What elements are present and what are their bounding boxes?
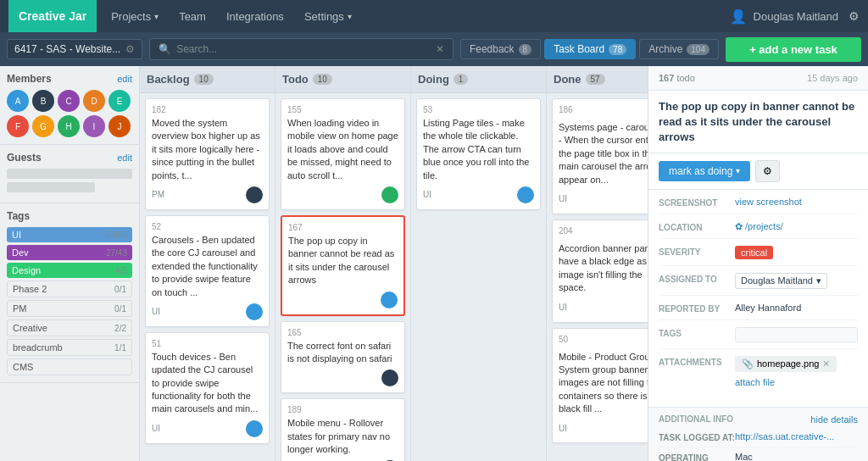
card-text: Touch devices - Ben updated the CJ carou… [152,351,263,416]
card-footer: UI [423,186,534,203]
column-backlog: Backlog 10 182 Moved the system overview… [140,66,275,461]
avatar[interactable]: E [108,90,131,112]
chevron-down-icon: ▾ [348,12,352,21]
project-name: 6417 - SAS - Website... [14,43,120,55]
card-167[interactable]: 167 The pop up copy in banner cannot be … [281,215,405,316]
card-165[interactable]: 165 The correct font on safari is not di… [281,321,405,394]
card-53[interactable]: 53 Listing Page tiles - make the whole t… [416,98,541,210]
guests-section: Guests edit [0,145,139,203]
nav-settings[interactable]: Settings ▾ [294,0,362,32]
tag-dev[interactable]: Dev 27/43 [7,245,132,260]
column-doing: Doing 1 53 Listing Page tiles - make the… [411,66,547,461]
card-182[interactable]: 182 Moved the system overview box higher… [145,98,270,210]
location-link[interactable]: ✿ /projects/ [735,221,783,232]
column-count-done: 57 [586,74,605,85]
field-tags: TAGS [659,327,858,349]
card-footer: UI [152,303,263,320]
card-id: 186 ✓ [559,105,648,119]
attach-file-link[interactable]: attach file [735,377,775,387]
reported-value: Alley Hannaford [735,303,858,314]
avatar[interactable]: F [7,115,29,137]
card-50[interactable]: 50 ✓ Mobile - Product Group - System gro… [552,328,648,444]
tag-cms[interactable]: CMS [7,358,132,375]
sub-nav: 6417 - SAS - Website... ⚙ 🔍 ✕ Feedback 8… [0,32,868,66]
card-186[interactable]: 186 ✓ Systems page - carousels - When th… [552,98,648,214]
task-gear-button[interactable]: ⚙ [755,160,780,182]
avatar[interactable]: I [83,115,105,137]
hide-details-link[interactable]: hide details [810,414,858,425]
tag-creative[interactable]: Creative 2/2 [7,319,132,336]
card-189[interactable]: 189 Mobile menu - Rollover states for pr… [281,398,405,461]
card-tag: UI [559,303,567,312]
card-text: Mobile - Product Group - System group ba… [559,351,648,416]
avatar[interactable]: B [32,90,54,112]
search-input[interactable] [176,43,431,55]
card-id: 155 [287,105,398,114]
gear-icon[interactable]: ⚙ [849,9,860,23]
tab-feedback[interactable]: Feedback 8 [460,39,541,59]
board-columns: Backlog 10 182 Moved the system overview… [140,66,648,461]
tag-ui[interactable]: UI 53/95 [7,227,132,242]
mark-as-doing-button[interactable]: mark as doing ▾ [659,161,750,181]
clear-search-icon[interactable]: ✕ [436,43,444,55]
card-51[interactable]: 51 Touch devices - Ben updated the CJ ca… [145,332,270,444]
guest-bar-1 [7,169,132,179]
assigned-select[interactable]: Douglas Maitland ▾ [735,273,827,289]
tag-pm[interactable]: PM 0/1 [7,300,132,317]
tags-label: Tags [7,210,30,222]
paperclip-icon: 📎 [742,358,754,369]
board-area: Backlog 10 182 Moved the system overview… [140,66,648,461]
detail-meta: 167 todo [659,73,695,83]
user-menu[interactable]: 👤 Douglas Maitland ⚙ [730,8,860,25]
screenshot-link[interactable]: view screenshot [735,197,802,208]
card-footer: PM [152,186,263,203]
guests-label: Guests [7,152,42,164]
avatar[interactable]: A [7,90,29,112]
card-footer: UI [559,191,648,208]
top-nav: Creative Jar Projects ▾ Team Integration… [0,0,868,32]
taskboard-badge: 78 [609,44,626,55]
nav-integrations[interactable]: Integrations [216,0,294,32]
card-155[interactable]: 155 When loading video in mobile view on… [281,98,405,210]
add-task-button[interactable]: + add a new task [726,37,861,62]
search-bar[interactable]: 🔍 ✕ [149,38,453,60]
nav-team[interactable]: Team [169,0,216,32]
guest-bar-2 [7,182,95,192]
additional-info-label: ADDITIONAL INFO [659,414,733,425]
tag-breadcrumb[interactable]: breadcrumb 1/1 [7,339,132,356]
field-screenshot: SCREENSHOT view screenshot [659,197,858,214]
avatar[interactable]: J [108,115,131,137]
detail-title: The pop up copy in banner cannot be read… [648,91,868,153]
column-title-backlog: Backlog [147,73,190,86]
field-os: Operating System: Mac [659,452,858,461]
card-52[interactable]: 52 Carousels - Ben updated the core CJ c… [145,215,270,327]
nav-projects[interactable]: Projects ▾ [101,0,169,32]
tag-phase2[interactable]: Phase 2 0/1 [7,280,132,297]
card-tag: UI [152,424,160,433]
search-icon: 🔍 [159,43,171,55]
done-cards: 186 ✓ Systems page - carousels - When th… [547,93,648,461]
guests-edit-link[interactable]: edit [117,153,132,163]
members-edit-link[interactable]: edit [117,74,132,84]
tab-group: Feedback 8 Task Board 78 Archive 104 [460,39,719,59]
tab-taskboard[interactable]: Task Board 78 [544,39,636,59]
tag-design[interactable]: Design 4/5 [7,263,132,278]
column-header-done: Done 57 ⇅ [547,66,648,93]
card-tag: UI [423,190,431,199]
avatar[interactable]: G [32,115,54,137]
avatar[interactable]: H [58,115,80,137]
brand-logo[interactable]: Creative Jar [8,0,97,32]
task-logged-link[interactable]: http://sas.uat.creative-... [735,431,834,442]
card-204[interactable]: 204 ✓ Accordion banner panels have a bla… [552,219,648,323]
avatar[interactable]: D [83,90,105,112]
field-severity: SEVERITY critical [659,246,858,266]
detail-panel: 167 todo 15 days ago The pop up copy in … [648,66,868,461]
close-icon[interactable]: ✕ [822,358,830,369]
tab-archive[interactable]: Archive 104 [639,39,719,59]
column-todo: Todo 10 155 When loading video in mobile… [275,66,411,461]
backlog-cards: 182 Moved the system overview box higher… [140,93,275,461]
project-selector[interactable]: 6417 - SAS - Website... ⚙ [7,39,142,59]
avatar[interactable]: C [58,90,80,112]
project-gear-icon[interactable]: ⚙ [125,43,135,55]
card-id: 51 [152,339,263,348]
